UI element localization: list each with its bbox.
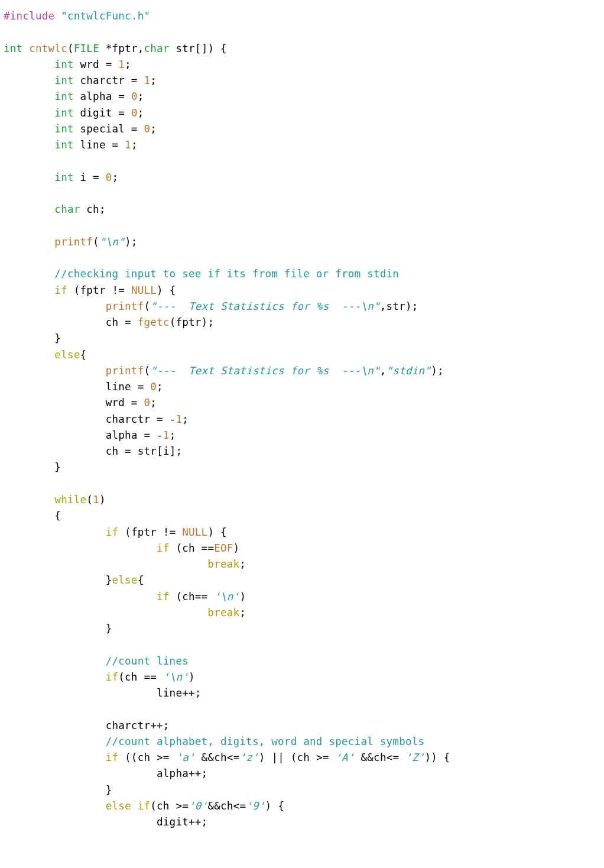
code-token: ; bbox=[138, 90, 144, 102]
code-token: [ bbox=[157, 445, 163, 457]
code-token: NULL bbox=[131, 284, 157, 296]
code-line: alpha = -1; bbox=[4, 429, 176, 441]
code-line: } bbox=[4, 332, 61, 344]
code-token: ( bbox=[93, 236, 99, 248]
code-token: i bbox=[80, 171, 87, 183]
code-token: "--- Text Statistics for %s ---\n" bbox=[150, 300, 380, 312]
code-token: ) { bbox=[157, 284, 176, 296]
code-token: ch bbox=[182, 591, 195, 603]
code-token: ; bbox=[150, 75, 157, 86]
code-line: if(ch == '\n') bbox=[4, 671, 195, 683]
code-token: ch bbox=[374, 752, 387, 763]
code-token: ++; bbox=[189, 816, 207, 828]
code-line: { bbox=[4, 510, 61, 522]
code-token: ; bbox=[239, 558, 246, 570]
code-token: int bbox=[54, 171, 73, 183]
code-line: int special = 0; bbox=[4, 123, 157, 135]
code-token: 0 bbox=[131, 107, 138, 119]
code-token: ); bbox=[431, 365, 444, 377]
code-token: = bbox=[106, 139, 125, 151]
code-token: = bbox=[99, 59, 118, 70]
code-token: ) bbox=[239, 591, 246, 603]
code-token: == bbox=[195, 542, 214, 554]
code-line: int line = 1; bbox=[4, 139, 138, 151]
code-token: ( bbox=[170, 591, 183, 603]
code-token: ( bbox=[170, 542, 183, 554]
code-token: ch bbox=[106, 445, 119, 457]
code-token: ch bbox=[138, 752, 151, 763]
code-token: ; bbox=[125, 59, 131, 70]
code-token: ch bbox=[214, 752, 227, 763]
code-token: 1 bbox=[125, 139, 131, 151]
code-line: if (fptr != NULL) { bbox=[4, 284, 176, 296]
code-token: ) bbox=[189, 671, 195, 683]
code-token bbox=[4, 767, 157, 779]
code-line: printf("\n"); bbox=[4, 236, 138, 248]
code-token bbox=[4, 123, 54, 135]
code-token: char bbox=[144, 43, 169, 54]
code-line: #include "cntwlcFunc.h" bbox=[4, 10, 150, 22]
code-line: line = 0; bbox=[4, 381, 163, 393]
code-token bbox=[4, 607, 207, 618]
code-block: #include "cntwlcFunc.h" int cntwlc(FILE … bbox=[0, 0, 604, 839]
code-token: fgetc bbox=[138, 316, 170, 328]
code-token: '9' bbox=[246, 800, 265, 812]
code-token: int bbox=[54, 75, 73, 86]
code-token bbox=[4, 720, 106, 731]
code-token: ) || ( bbox=[259, 752, 297, 763]
code-token: int bbox=[54, 123, 73, 135]
code-token: fptr bbox=[80, 284, 106, 296]
code-token: break bbox=[207, 607, 239, 618]
code-token: ( bbox=[67, 43, 74, 54]
code-token: ; bbox=[239, 607, 246, 618]
code-token: ) bbox=[233, 542, 240, 554]
code-token: line bbox=[157, 687, 182, 699]
code-token: #include bbox=[4, 10, 54, 22]
code-token: } bbox=[4, 574, 112, 586]
code-token: ( bbox=[144, 365, 150, 377]
code-token: "\n" bbox=[99, 236, 125, 248]
code-token bbox=[4, 75, 54, 86]
code-token: "stdin" bbox=[387, 365, 431, 377]
code-token: 1 bbox=[118, 59, 125, 70]
code-token: 1 bbox=[144, 75, 150, 86]
code-token: break bbox=[207, 558, 239, 570]
code-token: , bbox=[380, 300, 387, 312]
code-token: = bbox=[125, 75, 144, 86]
code-token: line bbox=[80, 139, 106, 151]
code-token: '\n' bbox=[163, 671, 189, 683]
code-line: if (fptr != NULL) { bbox=[4, 526, 227, 538]
code-line: alpha++; bbox=[4, 767, 207, 779]
code-line: } bbox=[4, 623, 112, 634]
code-token: if bbox=[54, 284, 67, 296]
code-token: i bbox=[163, 445, 170, 457]
code-token: = - bbox=[138, 429, 163, 441]
code-token: alpha bbox=[157, 767, 189, 779]
code-line: charctr++; bbox=[4, 720, 170, 731]
code-token: = bbox=[112, 90, 131, 102]
code-token bbox=[4, 413, 106, 425]
code-token: = bbox=[86, 171, 105, 183]
code-token: ; bbox=[112, 171, 119, 183]
code-token: 'a' bbox=[176, 752, 194, 763]
code-line: //count alphabet, digits, word and speci… bbox=[4, 736, 424, 747]
code-token: str bbox=[138, 445, 157, 457]
code-token: 1 bbox=[93, 494, 99, 506]
code-token: else if bbox=[106, 800, 151, 812]
code-line: break; bbox=[4, 558, 246, 570]
code-token: } bbox=[4, 784, 112, 796]
code-token: str bbox=[176, 43, 194, 54]
code-token: int bbox=[4, 43, 22, 54]
code-token bbox=[4, 381, 106, 393]
code-token: = bbox=[118, 445, 137, 457]
code-token: != bbox=[106, 284, 131, 296]
code-token: fptr bbox=[176, 316, 201, 328]
code-token: == bbox=[138, 671, 163, 683]
code-token: if bbox=[157, 542, 170, 554]
code-line: int alpha = 0; bbox=[4, 90, 144, 102]
code-token bbox=[4, 316, 106, 328]
code-token: = bbox=[131, 381, 150, 393]
code-token: , bbox=[138, 43, 144, 54]
code-token bbox=[74, 59, 80, 70]
code-token: ; bbox=[131, 139, 138, 151]
